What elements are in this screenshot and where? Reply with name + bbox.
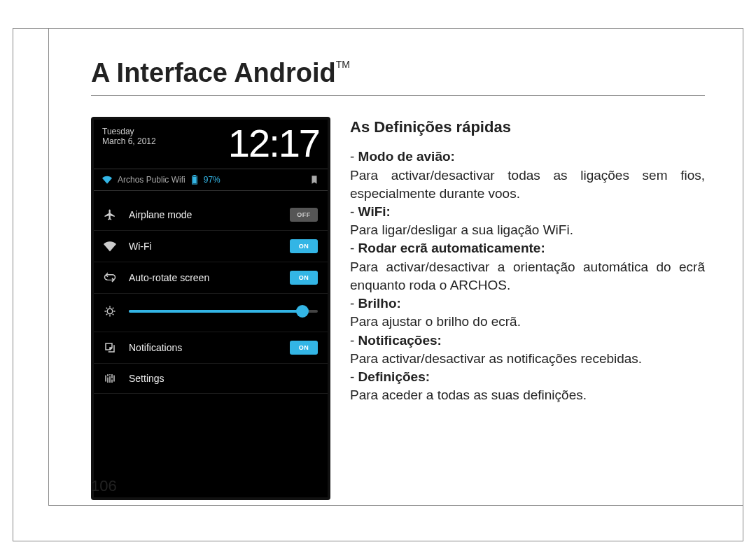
bookmark-icon (309, 175, 319, 185)
brightness-slider-fill (129, 310, 302, 313)
quick-settings-list: Airplane mode OFF Wi-Fi ON (94, 191, 328, 402)
phone-status-row: Archos Public Wifi 97% (94, 169, 328, 191)
svg-rect-2 (192, 177, 196, 184)
definition-item-4: - Notificações: Para activar/desactivar … (350, 332, 705, 368)
toggle-autorotate[interactable]: ON (290, 271, 318, 285)
page-title-text: A Interface Android (91, 58, 336, 87)
setting-row-settings[interactable]: Settings (94, 364, 328, 394)
phone-date-block: Tuesday March 6, 2012 (102, 127, 156, 147)
item-body-3: Para ajustar o brilho do ecrã. (350, 314, 521, 329)
definition-item-5: - Definições: Para aceder a todas as sua… (350, 368, 705, 404)
setting-row-wifi[interactable]: Wi-Fi ON (94, 231, 328, 262)
setting-row-brightness[interactable] (94, 294, 328, 332)
page-number: 106 (91, 477, 117, 495)
inner-page-frame: A Interface AndroidTM Tuesday March 6, 2… (48, 29, 743, 506)
setting-label-airplane: Airplane mode (129, 209, 277, 220)
definition-item-0: - Modo de avião: Para activar/desactivar… (350, 148, 705, 203)
notifications-icon (104, 341, 116, 354)
item-body-4: Para activar/desactivar as notificações … (350, 351, 642, 366)
settings-icon (104, 372, 116, 385)
phone-date: March 6, 2012 (102, 136, 156, 146)
wifi-icon (102, 175, 112, 185)
definition-item-2: - Rodar ecrã automaticamente: Para activ… (350, 239, 705, 294)
toggle-wifi[interactable]: ON (290, 239, 318, 253)
toggle-notifications[interactable]: ON (290, 341, 318, 355)
phone-time: 12:17 (228, 124, 319, 163)
toggle-airplane[interactable]: OFF (290, 208, 318, 222)
item-title-2: Rodar ecrã automaticamente: (358, 241, 545, 255)
title-underline (91, 95, 705, 96)
setting-label-wifi: Wi-Fi (129, 241, 277, 252)
page-title: A Interface AndroidTM (91, 58, 350, 92)
item-body-1: Para ligar/desligar a sua ligação WiFi. (350, 222, 573, 237)
phone-battery-pct: 97% (204, 175, 220, 185)
autorotate-icon (104, 271, 116, 284)
outer-page-frame: A Interface AndroidTM Tuesday March 6, 2… (13, 28, 743, 541)
item-title-5: Definições: (358, 369, 430, 384)
definition-item-3: - Brilho: Para ajustar o brilho do ecrã. (350, 294, 705, 331)
item-title-1: WiFi: (358, 204, 391, 219)
item-body-2: Para activar/desactivar a orientação aut… (350, 260, 705, 292)
definition-item-1: - WiFi: Para ligar/desligar a sua ligaçã… (350, 203, 705, 239)
item-body-5: Para aceder a todas as suas definições. (350, 388, 587, 402)
section-heading: As Definições rápidas (350, 117, 705, 138)
setting-label-notifications: Notifications (129, 342, 277, 353)
phone-wifi-name: Archos Public Wifi (118, 175, 186, 185)
item-title-0: Modo de avião: (358, 149, 455, 164)
setting-row-notifications[interactable]: Notifications ON (94, 332, 328, 364)
text-column: As Definições rápidas - Modo de avião: P… (350, 117, 705, 404)
trademark-symbol: TM (336, 59, 350, 70)
setting-label-settings: Settings (129, 373, 318, 384)
item-title-3: Brilho: (358, 296, 401, 311)
setting-row-airplane[interactable]: Airplane mode OFF (94, 199, 328, 231)
item-title-4: Notificações: (358, 333, 442, 348)
brightness-icon (104, 305, 116, 318)
setting-row-autorotate[interactable]: Auto-rotate screen ON (94, 262, 328, 294)
phone-day: Tuesday (102, 127, 156, 136)
phone-screenshot: Tuesday March 6, 2012 12:17 Archos Publi… (91, 117, 330, 500)
wifi-icon (104, 240, 116, 253)
content-columns: Tuesday March 6, 2012 12:17 Archos Publi… (91, 117, 705, 500)
airplane-icon (104, 208, 116, 221)
svg-point-3 (107, 308, 113, 314)
battery-icon (191, 175, 198, 185)
setting-label-autorotate: Auto-rotate screen (129, 272, 277, 283)
item-body-0: Para activar/desactivar todas as ligaçõe… (350, 168, 705, 201)
phone-header: Tuesday March 6, 2012 12:17 (94, 120, 328, 169)
brightness-slider-thumb[interactable] (296, 305, 309, 318)
brightness-slider[interactable] (129, 310, 318, 313)
svg-rect-1 (193, 175, 196, 176)
